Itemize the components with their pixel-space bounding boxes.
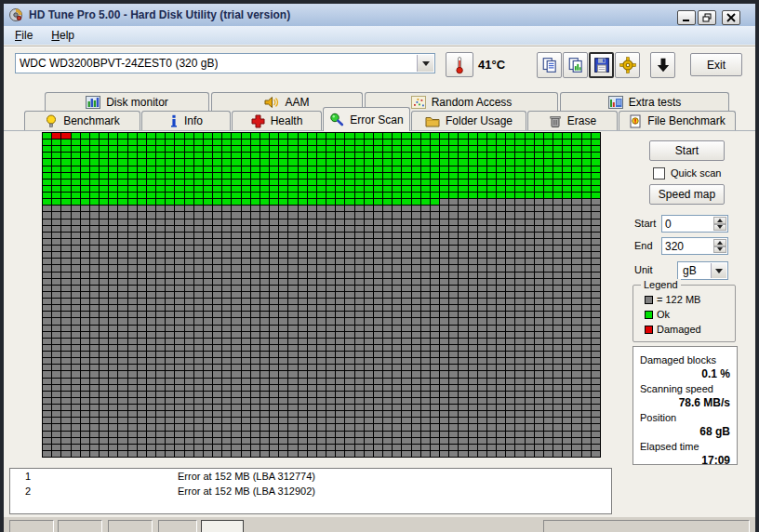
scan-block: [487, 140, 496, 145]
scan-block: [52, 418, 60, 423]
scan-block: [251, 153, 260, 158]
scan-block: [544, 299, 553, 304]
copy-button[interactable]: [537, 52, 562, 78]
scan-block: [326, 365, 335, 370]
save-button[interactable]: [589, 52, 614, 78]
error-list-item[interactable]: 2 Error at 152 MB (LBA 312902): [10, 484, 611, 499]
scan-block: [459, 173, 467, 179]
unit-select-arrow[interactable]: [711, 263, 726, 278]
scan-block: [308, 212, 316, 218]
scan-block: [138, 365, 146, 370]
scan-block: [497, 438, 505, 444]
spin-down-button[interactable]: [713, 246, 726, 254]
scan-block: [147, 199, 155, 205]
quick-scan-checkbox[interactable]: [653, 167, 665, 180]
scan-block: [175, 186, 183, 192]
scan-block: [421, 379, 430, 384]
scan-block: [222, 292, 231, 298]
scan-block: [242, 186, 250, 192]
scan-block: [260, 140, 269, 145]
error-list[interactable]: 1 Error at 152 MB (LBA 312774) 2 Error a…: [9, 468, 612, 514]
tab-disk-monitor[interactable]: Disk monitor: [45, 92, 209, 111]
minimize-button[interactable]: [677, 10, 696, 25]
scan-block: [128, 345, 137, 351]
tab-erase[interactable]: Erase: [527, 111, 618, 130]
scan-block: [204, 332, 212, 338]
scan-block: [260, 451, 269, 457]
menu-file[interactable]: File: [7, 27, 40, 44]
scan-block: [459, 411, 467, 417]
tab-health[interactable]: Health: [232, 111, 322, 130]
exit-button[interactable]: Exit: [690, 53, 742, 76]
scan-block: [449, 339, 458, 344]
scan-block: [336, 265, 344, 271]
scan-block: [100, 339, 108, 344]
scan-block: [204, 265, 212, 271]
spin-up-button[interactable]: [713, 239, 726, 246]
start-scan-button[interactable]: Start: [649, 140, 725, 161]
temperature-button[interactable]: [446, 52, 473, 77]
copy-image-button[interactable]: [563, 52, 588, 78]
scan-block: [355, 186, 364, 192]
scan-block: [61, 206, 70, 211]
tools-button[interactable]: [615, 52, 640, 78]
scan-block: [326, 265, 335, 271]
start-field[interactable]: 0: [661, 215, 728, 233]
scan-block: [365, 424, 373, 430]
tab-benchmark[interactable]: Benchmark: [24, 111, 140, 130]
start-field-spinner[interactable]: [713, 217, 726, 231]
scan-block: [572, 438, 580, 444]
tab-extra-tests[interactable]: Extra tests: [560, 92, 729, 111]
scan-block: [469, 292, 477, 298]
drive-selector-arrow[interactable]: [417, 55, 433, 72]
close-button[interactable]: [722, 10, 740, 25]
scan-block: [572, 219, 580, 225]
tab-error-scan[interactable]: Error Scan: [323, 107, 410, 131]
scan-block: [355, 411, 364, 417]
end-field[interactable]: 320: [661, 237, 728, 255]
scan-block: [431, 246, 439, 251]
scan-block: [138, 140, 146, 145]
scan-block: [222, 365, 231, 370]
scan-block: [440, 405, 448, 410]
scan-block: [43, 305, 51, 311]
scan-block: [469, 332, 477, 338]
scan-block: [185, 226, 193, 232]
spin-down-button[interactable]: [713, 224, 726, 232]
scan-block: [412, 226, 420, 232]
scan-block: [90, 405, 99, 410]
menu-help[interactable]: Help: [44, 27, 82, 44]
spin-up-button[interactable]: [713, 217, 726, 224]
scan-block: [326, 180, 335, 185]
scan-block: [222, 159, 231, 165]
scan-block: [194, 405, 203, 410]
tab-file-benchmark[interactable]: File Benchmark: [619, 111, 736, 130]
scan-block: [440, 226, 448, 232]
error-text: Error at 152 MB (LBA 312774): [178, 469, 315, 484]
unit-select[interactable]: gB: [677, 261, 728, 280]
scan-block: [497, 180, 505, 185]
scan-block: [72, 246, 80, 251]
tab-folder-usage[interactable]: Folder Usage: [411, 111, 526, 130]
scan-block: [222, 371, 231, 377]
drive-selector[interactable]: WDC WD3200BPVT-24ZEST0 (320 gB): [15, 53, 435, 73]
scan-block: [222, 432, 231, 437]
scan-block: [194, 326, 203, 331]
scan-block: [336, 292, 344, 298]
scan-block: [582, 339, 591, 344]
scan-block: [374, 352, 382, 357]
scan-block: [175, 305, 183, 311]
scan-block: [535, 332, 543, 338]
speed-map-button[interactable]: Speed map: [649, 184, 725, 205]
error-list-item[interactable]: 1 Error at 152 MB (LBA 312774): [10, 469, 611, 484]
scan-block: [487, 233, 496, 238]
download-button[interactable]: [650, 52, 675, 78]
title-bar[interactable]: HD Tune Pro 5.00 - Hard Disk Utility (tr…: [4, 4, 755, 26]
restore-button[interactable]: [698, 10, 716, 25]
scan-block: [270, 451, 278, 457]
scan-block: [393, 339, 401, 344]
scan-block: [288, 379, 297, 384]
end-field-spinner[interactable]: [713, 239, 726, 253]
tab-info[interactable]: Info: [141, 111, 231, 130]
scan-block: [222, 153, 231, 158]
